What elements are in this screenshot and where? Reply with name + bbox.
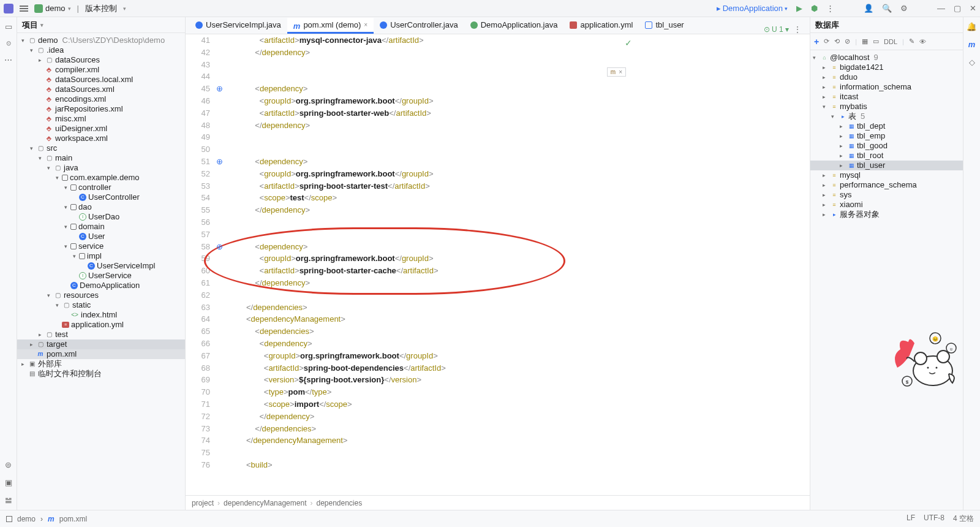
project-tool-icon[interactable]: ▭	[5, 22, 12, 31]
db-item[interactable]: ▸▦tbl_good	[810, 141, 963, 151]
tree-item[interactable]: ⬘encodings.xml	[17, 94, 185, 104]
database-tree[interactable]: ▾⌂@localhost9▸≡bigdate1421▸≡dduo▸≡inform…	[810, 50, 963, 510]
tab-demoapp[interactable]: DemoApplication.java	[464, 18, 564, 34]
breadcrumb[interactable]: project› dependencyManagement› dependenc…	[186, 495, 810, 510]
tree-item[interactable]: ▸▢target	[17, 339, 185, 349]
tree-item[interactable]: ▾com.example.demo	[17, 173, 185, 183]
project-tree[interactable]: ▾▢demoC:\Users\ZDY\Desktop\demo▾▢.idea▸▢…	[17, 33, 185, 510]
tree-item[interactable]: mpom.xml	[17, 349, 185, 359]
db-item[interactable]: ▸≡information_schema	[810, 82, 963, 92]
commit-tool-icon[interactable]: ⊙	[6, 40, 11, 47]
stop-icon[interactable]: ⊘	[845, 37, 850, 45]
collapse-icon[interactable]: ▭	[873, 37, 879, 45]
db-item[interactable]: ▸▦tbl_emp	[810, 131, 963, 141]
tree-item[interactable]: ▾dao	[17, 202, 185, 212]
tree-item[interactable]: ⬘dataSources.xml	[17, 85, 185, 94]
vcs-update-badge[interactable]: ⊙ U 1 ▾	[764, 25, 789, 34]
line-sep[interactable]: LF	[907, 514, 915, 524]
db-item[interactable]: ▸▦tbl_root	[810, 151, 963, 161]
debug-icon[interactable]: ⬢	[811, 4, 818, 13]
db-item[interactable]: ▸≡bigdate1421	[810, 63, 963, 72]
tx-icon[interactable]: ✎	[909, 37, 914, 45]
sync-icon[interactable]: ⟲	[834, 37, 840, 45]
user-icon[interactable]: 👤	[864, 4, 873, 13]
maven-inset[interactable]: m×	[607, 67, 626, 77]
ai-tool-icon[interactable]: ◇	[969, 58, 975, 67]
run-icon[interactable]: ▶	[796, 4, 802, 13]
tree-item[interactable]: ▾▢resources	[17, 290, 185, 300]
indent[interactable]: 4 空格	[953, 514, 974, 524]
encoding[interactable]: UTF-8	[924, 514, 944, 524]
tree-item[interactable]: ⬘dataSources.local.xml	[17, 75, 185, 85]
tree-item[interactable]: ⬘compiler.xml	[17, 65, 185, 75]
notifications-icon[interactable]: 🔔	[967, 22, 976, 31]
db-item[interactable]: ▾▸表5	[810, 112, 963, 121]
tree-item[interactable]: ▾▢java	[17, 163, 185, 173]
tree-item[interactable]: ▤临时文件和控制台	[17, 369, 185, 379]
gutter-bean-icon[interactable]: ⊕	[216, 157, 226, 166]
tree-item[interactable]: <>index.html	[17, 310, 185, 320]
db-item[interactable]: ▸≡sys	[810, 190, 963, 200]
more-icon[interactable]: ⋮	[826, 4, 834, 13]
tree-item[interactable]: ▸▢test	[17, 330, 185, 339]
tree-item[interactable]: ≡application.yml	[17, 320, 185, 330]
tree-item[interactable]: ▾▢.idea	[17, 45, 185, 55]
tree-item[interactable]: ▾impl	[17, 251, 185, 261]
run-config-selector[interactable]: ▸ DemoApplication ▾	[717, 4, 788, 13]
tree-item[interactable]: ▾domain	[17, 222, 185, 232]
main-menu-icon[interactable]	[20, 6, 28, 12]
add-datasource-icon[interactable]: +	[814, 37, 819, 47]
tree-item[interactable]: ▸▢dataSources	[17, 55, 185, 65]
tree-item[interactable]: ▾▢main	[17, 153, 185, 163]
project-dropdown[interactable]: demo ▾	[34, 4, 71, 13]
line-gutter[interactable]: 4142434445464748495051525354555657585960…	[186, 34, 216, 495]
db-item[interactable]: ▸▦tbl_dept	[810, 121, 963, 131]
db-item[interactable]: ▸≡dduo	[810, 72, 963, 82]
gutter-bean-icon[interactable]: ⊕	[216, 242, 226, 251]
services-tool-icon[interactable]: ⊚	[5, 460, 12, 469]
tab-usercontroller[interactable]: UserController.java	[374, 18, 464, 34]
tree-item[interactable]: IUserService	[17, 271, 185, 281]
db-item[interactable]: ▾⌂@localhost9	[810, 53, 963, 63]
tree-item[interactable]: ⬘misc.xml	[17, 114, 185, 124]
psi-icon[interactable]	[6, 516, 12, 522]
db-item[interactable]: ▸≡xiaomi	[810, 200, 963, 210]
status-project[interactable]: demo	[17, 515, 36, 523]
ddl-button[interactable]: DDL	[884, 38, 897, 45]
filter-icon[interactable]: ▦	[862, 37, 868, 45]
tree-item[interactable]: ▾controller	[17, 183, 185, 192]
search-icon[interactable]: 🔍	[882, 4, 892, 13]
tab-tbluser[interactable]: tbl_user	[639, 18, 690, 34]
db-item[interactable]: ▾≡mybatis	[810, 102, 963, 112]
db-item[interactable]: ▸▦tbl_user	[810, 161, 963, 170]
maven-tool-icon[interactable]: m	[968, 40, 976, 49]
tree-item[interactable]: ▸▣外部库	[17, 359, 185, 369]
tree-item[interactable]: CUserController	[17, 192, 185, 202]
terminal-tool-icon[interactable]: ▣	[5, 478, 12, 487]
tree-item[interactable]: IUserDao	[17, 212, 185, 222]
db-item[interactable]: ▸▸服务器对象	[810, 210, 963, 219]
vcs-menu[interactable]: 版本控制	[85, 3, 117, 14]
tree-item[interactable]: CDemoApplication	[17, 281, 185, 290]
code-editor[interactable]: <artifactId>mysql-connector-java</artifa…	[216, 34, 810, 495]
tree-item[interactable]: ▾▢demoC:\Users\ZDY\Desktop\demo	[17, 36, 185, 45]
tree-item[interactable]: ⬘uiDesigner.xml	[17, 124, 185, 134]
structure-tool-icon[interactable]: ⋯	[4, 55, 12, 64]
tree-item[interactable]: ▾service	[17, 241, 185, 251]
close-tab-icon[interactable]: ×	[364, 21, 368, 28]
db-item[interactable]: ▸≡itcast	[810, 92, 963, 102]
tree-item[interactable]: ▾▢static	[17, 300, 185, 310]
view-icon[interactable]: 👁	[919, 38, 926, 45]
settings-icon[interactable]: ⚙	[900, 4, 908, 13]
maximize-icon[interactable]: ▢	[954, 4, 961, 13]
git-tool-icon[interactable]: 𝌡	[5, 496, 12, 505]
problems-ok-icon[interactable]: ✓	[625, 38, 632, 48]
tree-item[interactable]: ▾▢src	[17, 143, 185, 153]
tree-item[interactable]: ⬘workspace.xml	[17, 134, 185, 143]
close-window-icon[interactable]: ✕	[970, 4, 976, 13]
tab-userserviceimpl[interactable]: UserServiceImpl.java	[189, 18, 287, 34]
close-inset-icon[interactable]: ×	[619, 69, 622, 75]
tree-item[interactable]: CUserServiceImpl	[17, 261, 185, 271]
tree-item[interactable]: ⬘jarRepositories.xml	[17, 104, 185, 114]
tab-appyml[interactable]: application.yml	[564, 18, 639, 34]
